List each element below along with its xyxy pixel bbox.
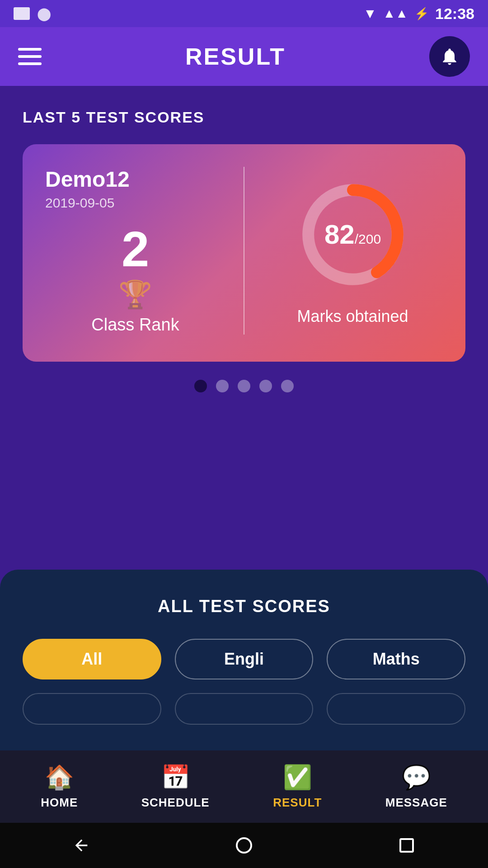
- cellular-icon: ▲▲: [383, 6, 408, 21]
- donut-center: 82/200: [324, 221, 381, 248]
- filter-engli-button[interactable]: Engli: [175, 639, 314, 679]
- sim-card-icon: [14, 7, 30, 20]
- filter-all-button[interactable]: All: [23, 639, 161, 679]
- more-filter-row: [23, 693, 465, 725]
- dot-3[interactable]: [238, 380, 250, 392]
- result-icon: ✅: [283, 764, 312, 791]
- rank-trophy-icon: 🏆: [118, 278, 152, 311]
- system-nav-bar: [0, 823, 488, 868]
- back-icon: [72, 836, 90, 854]
- nav-result[interactable]: ✅ RESULT: [273, 764, 322, 810]
- bell-icon: [440, 47, 460, 66]
- dot-2[interactable]: [216, 380, 229, 392]
- status-bar: ⬤ ▼ ▲▲ ⚡ 12:38: [0, 0, 488, 27]
- signal-dots-icon: ⬤: [37, 6, 51, 21]
- dot-1[interactable]: [194, 380, 207, 392]
- notification-button[interactable]: [429, 36, 470, 77]
- filter-extra-2[interactable]: [175, 693, 314, 725]
- back-button[interactable]: [68, 832, 95, 859]
- dot-5[interactable]: [281, 380, 294, 392]
- last-scores-label: LAST 5 TEST SCORES: [23, 108, 465, 126]
- filter-maths-button[interactable]: Maths: [327, 639, 465, 679]
- nav-schedule[interactable]: 📅 SCHEDULE: [141, 764, 210, 810]
- filter-extra-3[interactable]: [327, 693, 465, 725]
- donut-total: /200: [355, 231, 381, 246]
- score-card: Demo12 2019-09-05 2 🏆 Class Rank 82/200: [23, 144, 465, 362]
- status-bar-right: ▼ ▲▲ ⚡ 12:38: [363, 5, 474, 23]
- schedule-icon: 📅: [161, 764, 190, 791]
- score-card-right: 82/200 Marks obtained: [263, 167, 443, 335]
- dot-4[interactable]: [259, 380, 272, 392]
- recents-button[interactable]: [393, 832, 420, 859]
- rank-number: 2: [122, 224, 149, 274]
- message-icon: 💬: [402, 764, 431, 791]
- home-button[interactable]: [230, 832, 258, 859]
- home-icon: 🏠: [45, 764, 74, 791]
- test-name: Demo12: [45, 167, 225, 192]
- page-title: RESULT: [185, 43, 286, 70]
- donut-score: 82: [324, 219, 355, 250]
- score-card-left: Demo12 2019-09-05 2 🏆 Class Rank: [45, 167, 225, 335]
- battery-icon: ⚡: [414, 7, 429, 21]
- donut-chart: 82/200: [294, 176, 412, 293]
- recents-square-icon: [399, 838, 414, 853]
- bottom-nav: 🏠 HOME 📅 SCHEDULE ✅ RESULT 💬 MESSAGE: [0, 750, 488, 823]
- card-divider: [244, 167, 244, 335]
- rank-section: 2 🏆 Class Rank: [45, 224, 225, 335]
- nav-home-label: HOME: [41, 796, 78, 810]
- carousel-dots: [23, 380, 465, 392]
- nav-message-label: MESSAGE: [385, 796, 447, 810]
- app-bar: RESULT: [0, 27, 488, 86]
- rank-label: Class Rank: [91, 315, 179, 335]
- test-date: 2019-09-05: [45, 195, 225, 211]
- status-bar-left: ⬤: [14, 6, 51, 21]
- wifi-icon: ▼: [363, 6, 377, 21]
- marks-label: Marks obtained: [297, 307, 408, 326]
- nav-result-label: RESULT: [273, 796, 322, 810]
- main-content: LAST 5 TEST SCORES Demo12 2019-09-05 2 🏆…: [0, 86, 488, 420]
- nav-home[interactable]: 🏠 HOME: [41, 764, 78, 810]
- home-circle-icon: [236, 837, 252, 854]
- filter-extra-1[interactable]: [23, 693, 161, 725]
- nav-message[interactable]: 💬 MESSAGE: [385, 764, 447, 810]
- all-scores-title: ALL TEST SCORES: [23, 597, 465, 616]
- nav-schedule-label: SCHEDULE: [141, 796, 210, 810]
- filter-buttons: All Engli Maths: [23, 639, 465, 679]
- hamburger-menu-button[interactable]: [18, 48, 42, 65]
- status-time: 12:38: [435, 5, 474, 23]
